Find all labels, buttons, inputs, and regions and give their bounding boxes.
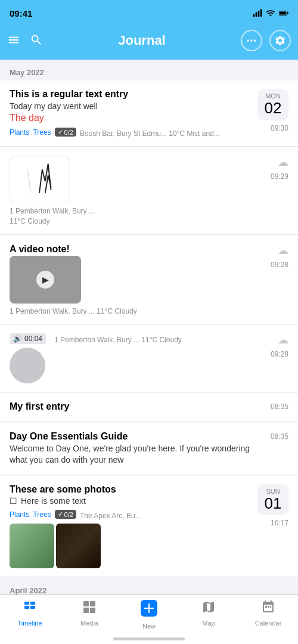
- tab-new[interactable]: New: [119, 600, 179, 630]
- entry-photos[interactable]: These are some photos ☐ Here is some tex…: [0, 476, 298, 577]
- entry-regular-text[interactable]: This is a regular text entry Today my da…: [0, 80, 298, 147]
- search-icon: [30, 33, 43, 47]
- entry-video[interactable]: A video note! ▶ 1 Pemberton Walk, Bury .…: [0, 236, 298, 324]
- svg-rect-12: [24, 606, 29, 609]
- svg-rect-20: [144, 608, 154, 609]
- video-thumbnail: ▶: [10, 256, 81, 304]
- speaker-icon: 🔊: [13, 335, 22, 343]
- new-icon: [141, 600, 157, 621]
- entry-sketch[interactable]: 1 Pemberton Walk, Bury ... 11°C Cloudy ☁…: [0, 147, 298, 235]
- entry-body-area: These are some photos ☐ Here is some tex…: [10, 484, 252, 568]
- entry-body: Welcome to Day One, we're glad you're he…: [10, 443, 253, 466]
- entry-time: 08:35: [271, 401, 288, 411]
- media-icon: [82, 600, 97, 618]
- entry-weather: 11°C Cloudy: [10, 217, 50, 225]
- more-button[interactable]: [241, 30, 262, 51]
- date-badge: MON 02: [257, 89, 288, 120]
- audio-row: 🔊 00:04 1 Pemberton Walk, Bury ... 11°C …: [10, 333, 253, 344]
- tag-plants: Plants: [10, 128, 29, 137]
- entry-location: The Apex Arc, Bu...: [80, 512, 141, 520]
- svg-rect-13: [30, 606, 35, 609]
- tab-timeline-label: Timeline: [17, 620, 42, 627]
- entry-time: 16:17: [271, 518, 288, 527]
- entry-essentials[interactable]: Day One Essentials Guide Welcome to Day …: [0, 423, 298, 475]
- signal-icon: [253, 8, 262, 18]
- sync-icon: ☁: [278, 156, 288, 169]
- entry-title: My first entry: [10, 401, 253, 412]
- more-icon: [246, 35, 257, 47]
- settings-button[interactable]: [269, 30, 291, 51]
- tab-calendar[interactable]: Calendar: [238, 600, 298, 627]
- entry-location-weather: 1 Pemberton Walk, Bury ...: [10, 207, 253, 215]
- photo-1: [10, 524, 54, 568]
- svg-rect-21: [265, 606, 267, 608]
- status-bar: 09:41: [0, 0, 298, 26]
- entry-tags: Plants Trees ✓0/2 The Apex Arc, Bu...: [10, 509, 252, 520]
- play-button[interactable]: ▶: [36, 271, 54, 289]
- entry-location: 1 Pemberton Walk, Bury ...: [10, 307, 95, 315]
- calendar-icon: [261, 600, 275, 618]
- sketch-thumbnail: [10, 156, 69, 203]
- entry-time: 09:28: [271, 349, 288, 358]
- svg-rect-23: [270, 606, 271, 608]
- entry-body-area: Day One Essentials Guide Welcome to Day …: [10, 431, 253, 466]
- timeline-icon: [23, 600, 37, 618]
- svg-rect-0: [253, 14, 255, 17]
- entry-meta: 1 Pemberton Walk, Bury ... 11°C Cloudy: [10, 307, 253, 315]
- entry-body: Today my day went well: [10, 101, 252, 113]
- entry-title: A video note!: [10, 244, 253, 255]
- nav-left: [7, 33, 43, 48]
- entry-first[interactable]: My first entry 08:35: [0, 393, 298, 422]
- svg-rect-11: [30, 602, 35, 605]
- entry-subtext-row: ☐ Here is some text: [10, 496, 252, 506]
- entry-body-area: 🔊 00:04 1 Pemberton Walk, Bury ... 11°C …: [10, 333, 253, 383]
- entry-body-area: 1 Pemberton Walk, Bury ... 11°C Cloudy: [10, 156, 253, 226]
- status-icons: [253, 8, 288, 18]
- svg-rect-6: [280, 11, 286, 14]
- search-button[interactable]: [30, 33, 43, 48]
- tab-map[interactable]: Map: [179, 600, 238, 627]
- entry-time: 09:30: [271, 123, 288, 132]
- svg-rect-16: [83, 608, 89, 613]
- menu-button[interactable]: [7, 33, 20, 48]
- entry-time: 08:35: [271, 431, 288, 441]
- entry-time: 09:29: [271, 171, 288, 181]
- tab-bar: Timeline Media New Map: [0, 595, 298, 644]
- tag-trees: Trees: [33, 510, 51, 519]
- tab-media[interactable]: Media: [60, 600, 119, 627]
- entry-subtext: Here is some text: [21, 496, 86, 506]
- entry-title: This is a regular text entry: [10, 89, 252, 100]
- entry-highlight: The day: [10, 113, 252, 123]
- entry-body-area: This is a regular text entry Today my da…: [10, 89, 252, 138]
- entry-right-area: ☁ 09:28: [259, 244, 288, 269]
- sync-icon: ☁: [278, 333, 288, 346]
- date-badge: SUN 01: [257, 484, 288, 516]
- content-area: May 2022 This is a regular text entry To…: [0, 60, 298, 644]
- svg-rect-15: [90, 601, 95, 606]
- entry-title: Day One Essentials Guide: [10, 431, 253, 442]
- entry-time: 09:28: [271, 259, 288, 269]
- sketch-svg: [10, 156, 69, 203]
- audio-tag: 🔊 00:04: [10, 333, 46, 344]
- section-header-may: May 2022: [0, 60, 298, 80]
- tag-plants: Plants: [10, 510, 29, 519]
- tab-map-label: Map: [202, 620, 215, 627]
- photo-2: [56, 524, 101, 568]
- entry-body-area: My first entry: [10, 401, 253, 413]
- page-title: Journal: [43, 33, 241, 48]
- svg-point-9: [254, 39, 256, 41]
- entry-audio[interactable]: 🔊 00:04 1 Pemberton Walk, Bury ... 11°C …: [0, 325, 298, 392]
- entry-right-area: 08:35: [259, 431, 288, 441]
- tab-new-label: New: [142, 623, 156, 630]
- svg-rect-14: [83, 601, 89, 606]
- status-time: 09:41: [10, 8, 35, 18]
- gear-icon: [274, 35, 286, 47]
- entry-right-area: MON 02 09:30: [257, 89, 288, 132]
- tab-timeline[interactable]: Timeline: [0, 600, 60, 627]
- svg-rect-10: [24, 602, 29, 605]
- entry-right-area: SUN 01 16:17: [257, 484, 288, 528]
- wifi-icon: [266, 8, 275, 18]
- entry-right-area: 08:35: [259, 401, 288, 411]
- menu-icon: [7, 33, 20, 47]
- svg-point-8: [250, 39, 252, 41]
